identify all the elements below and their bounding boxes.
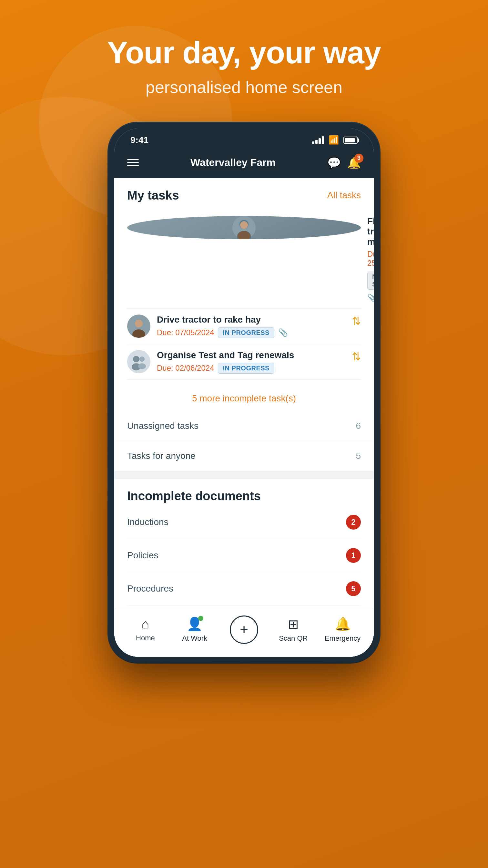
header-actions: 💬 🔔 3: [327, 156, 361, 169]
tasks-for-anyone-count: 5: [356, 451, 361, 461]
phone-screen: 9:41 📶: [114, 128, 374, 657]
task-meta: Due: 02/06/2024 IN PROGRESS: [157, 363, 345, 374]
all-tasks-link[interactable]: All tasks: [327, 190, 361, 200]
incomplete-documents-section: Incomplete documents Inductions 2 Polici…: [114, 479, 374, 609]
section-divider: [114, 471, 374, 479]
incomplete-docs-title: Incomplete documents: [127, 489, 361, 503]
task-status-badge: IN PROGRESS: [218, 328, 274, 338]
chat-icon[interactable]: 💬: [327, 156, 341, 169]
task-name: Drive tractor to rake hay: [157, 314, 345, 325]
task-info: Organise Test and Tag renewals Due: 02/0…: [157, 350, 345, 374]
hamburger-menu[interactable]: [127, 159, 139, 166]
notification-button[interactable]: 🔔 3: [347, 156, 361, 169]
avatar: [127, 314, 151, 338]
nav-scan-qr[interactable]: ⊞ Scan QR: [274, 617, 313, 643]
nav-home-label: Home: [136, 634, 155, 642]
my-tasks-title: My tasks: [127, 189, 179, 203]
task-due: Due: 07/05/2024: [157, 328, 214, 337]
task-due: Due: 25/04/2024: [367, 250, 374, 268]
nav-at-work-label: At Work: [182, 634, 207, 643]
nav-home[interactable]: ⌂ Home: [126, 617, 165, 642]
signal-icon: [312, 136, 324, 144]
svg-point-12: [138, 363, 146, 369]
doc-label: Inductions: [127, 517, 168, 527]
app-content: My tasks All tasks: [114, 178, 374, 657]
unassigned-tasks-count: 6: [356, 421, 361, 431]
group-avatar-svg: [127, 350, 151, 373]
wifi-icon: 📶: [329, 135, 339, 145]
scan-qr-icon: ⊞: [288, 617, 299, 631]
person-avatar-svg: [232, 216, 256, 239]
home-icon: ⌂: [141, 617, 149, 631]
nav-emergency[interactable]: 🔔 Emergency: [323, 616, 362, 643]
doc-count-badge: 1: [346, 548, 361, 563]
bottom-navigation: ⌂ Home 👤 At Work +: [114, 609, 374, 657]
status-icons: 📶: [312, 135, 358, 145]
task-info: Finish tractor maintenance Due: 25/04/20…: [367, 216, 374, 303]
hero-subtitle: personalised home screen: [145, 78, 343, 97]
status-bar: 9:41 📶: [114, 128, 374, 149]
app-header: Watervalley Farm 💬 🔔 3: [114, 149, 374, 178]
avatar: [127, 216, 361, 239]
attachment-icon: 📎: [367, 293, 374, 303]
doc-label: Policies: [127, 550, 158, 561]
task-name: Finish tractor maintenance: [367, 216, 374, 247]
task-item[interactable]: Finish tractor maintenance Due: 25/04/20…: [127, 210, 361, 309]
doc-count-badge: 2: [346, 515, 361, 530]
svg-point-3: [240, 221, 248, 229]
doc-label: Procedures: [127, 584, 173, 594]
avatar: [127, 350, 151, 373]
priority-medium-icon: ⇅: [352, 314, 361, 328]
svg-point-6: [135, 320, 143, 328]
notification-badge: 3: [354, 154, 363, 163]
doc-row-inductions[interactable]: Inductions 2: [127, 506, 361, 539]
doc-count-badge: 5: [346, 581, 361, 596]
svg-point-11: [139, 356, 144, 362]
my-tasks-header: My tasks All tasks: [127, 189, 361, 203]
task-name: Organise Test and Tag renewals: [157, 350, 345, 361]
more-tasks-link[interactable]: 5 more incomplete task(s): [114, 386, 374, 411]
nav-scan-qr-label: Scan QR: [279, 634, 307, 643]
unassigned-tasks-label: Unassigned tasks: [127, 421, 198, 431]
app-header-title: Watervalley Farm: [190, 157, 275, 168]
svg-point-9: [133, 356, 139, 362]
doc-row-procedures[interactable]: Procedures 5: [127, 572, 361, 606]
task-info: Drive tractor to rake hay Due: 07/05/202…: [157, 314, 345, 338]
tasks-for-anyone-label: Tasks for anyone: [127, 451, 196, 461]
task-item[interactable]: Drive tractor to rake hay Due: 07/05/202…: [127, 309, 361, 344]
task-status-badge: NOT STARTED: [367, 272, 374, 290]
my-tasks-section: My tasks All tasks: [114, 178, 374, 386]
phone-frame: 9:41 📶: [108, 123, 380, 662]
task-meta: Due: 25/04/2024 NOT STARTED 📎: [367, 250, 374, 303]
hero-title: Your day, your way: [107, 35, 381, 70]
nav-add[interactable]: +: [225, 616, 263, 644]
phone-mockup: 9:41 📶: [108, 123, 380, 662]
add-button[interactable]: +: [230, 616, 258, 644]
plus-icon: +: [240, 622, 248, 638]
tasks-for-anyone-row[interactable]: Tasks for anyone 5: [114, 441, 374, 471]
task-item[interactable]: Organise Test and Tag renewals Due: 02/0…: [127, 344, 361, 380]
status-time: 9:41: [130, 135, 149, 145]
unassigned-tasks-row[interactable]: Unassigned tasks 6: [114, 411, 374, 441]
nav-at-work[interactable]: 👤 At Work: [175, 616, 214, 643]
at-work-icon-wrap: 👤: [187, 616, 203, 631]
attachment-icon: 📎: [278, 328, 288, 337]
nav-emergency-label: Emergency: [325, 634, 360, 643]
task-due: Due: 02/06/2024: [157, 364, 214, 373]
svg-point-8: [127, 350, 151, 373]
doc-row-policies[interactable]: Policies 1: [127, 539, 361, 572]
priority-medium-icon: ⇅: [352, 350, 361, 363]
battery-icon: [344, 136, 358, 144]
task-meta: Due: 07/05/2024 IN PROGRESS 📎: [157, 328, 345, 338]
task-status-badge: IN PROGRESS: [218, 363, 274, 374]
emergency-icon: 🔔: [335, 616, 351, 631]
person-avatar-svg: [127, 314, 151, 338]
